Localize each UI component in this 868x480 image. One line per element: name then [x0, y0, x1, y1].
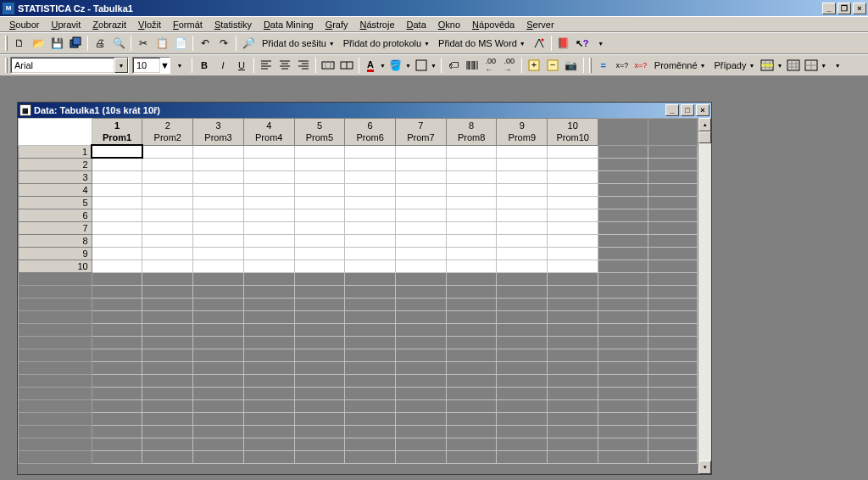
recalc-all-button[interactable]: x=? — [632, 56, 650, 75]
menu-data[interactable]: Data — [401, 18, 432, 31]
find-button[interactable]: 🔎 — [239, 34, 258, 53]
cell-r8-c1[interactable] — [92, 234, 142, 247]
toolbar-grip[interactable] — [5, 36, 8, 51]
toolbar-grip[interactable] — [589, 58, 592, 73]
cell-r6-c2[interactable] — [142, 209, 193, 221]
menu-soubor[interactable]: Soubor — [3, 18, 45, 31]
child-maximize-button[interactable]: □ — [681, 104, 694, 116]
cell-r2-c1[interactable] — [92, 158, 142, 170]
filter-button[interactable]: ▼ — [803, 56, 828, 75]
cell-r10-c5[interactable] — [294, 260, 345, 272]
weight-button[interactable] — [784, 56, 803, 75]
restore-button[interactable]: ❐ — [837, 3, 851, 14]
row-header-10[interactable]: 10 — [19, 260, 92, 272]
new-button[interactable]: 🗋 — [10, 34, 29, 53]
cell-r7-c4[interactable] — [243, 221, 294, 234]
scroll-thumb[interactable] — [698, 131, 711, 143]
cell-r9-c7[interactable] — [396, 247, 447, 260]
cell-r5-c6[interactable] — [345, 196, 396, 209]
toolbar-options-button[interactable]: ▼ — [592, 34, 610, 53]
font-color-dropdown[interactable]: A▼ — [362, 56, 387, 75]
menu-grafy[interactable]: Grafy — [320, 18, 354, 31]
chevron-down-icon[interactable]: ▼ — [114, 58, 128, 73]
cell-r10-c9[interactable] — [497, 260, 548, 272]
cell-r3-c6[interactable] — [345, 170, 396, 183]
redo-button[interactable]: ↷ — [214, 34, 233, 53]
variables-dropdown[interactable]: Proměnné▼ — [650, 56, 710, 75]
cell-r9-c2[interactable] — [142, 247, 193, 260]
cases-dropdown[interactable]: Případy▼ — [710, 56, 760, 75]
zoom-out-button[interactable]: − — [543, 56, 562, 75]
row-header-1[interactable]: 1 — [19, 145, 92, 158]
cell-r10-c8[interactable] — [446, 260, 497, 272]
cell-r7-c8[interactable] — [446, 221, 497, 234]
cell-r3-c4[interactable] — [243, 170, 294, 183]
cell-r7-c5[interactable] — [294, 221, 345, 234]
menu-nápověda[interactable]: Nápověda — [466, 18, 520, 31]
align-right-button[interactable] — [294, 56, 313, 75]
cell-r7-c6[interactable] — [345, 221, 396, 234]
cell-r4-c5[interactable] — [294, 183, 345, 196]
cell-r10-c6[interactable] — [345, 260, 396, 272]
column-header-Prom8[interactable]: 8Prom8 — [446, 119, 497, 146]
cell-r9-c8[interactable] — [446, 247, 497, 260]
increase-decimal-button[interactable]: .00→ — [500, 56, 519, 75]
column-header-Prom4[interactable]: 4Prom4 — [243, 119, 294, 146]
cell-r2-c3[interactable] — [193, 158, 244, 170]
cell-r1-c8[interactable] — [446, 145, 497, 158]
cell-r4-c2[interactable] — [142, 183, 193, 196]
cell-r6-c5[interactable] — [294, 209, 345, 221]
add-to-protocol-dropdown[interactable]: Přidat do protokolu▼ — [339, 34, 434, 53]
cell-r3-c7[interactable] — [396, 170, 447, 183]
cell-r1-c9[interactable] — [497, 145, 548, 158]
cell-r2-c9[interactable] — [497, 158, 548, 170]
menu-upravit[interactable]: Upravit — [45, 18, 86, 31]
row-header-4[interactable]: 4 — [19, 183, 92, 196]
cell-r4-c8[interactable] — [446, 183, 497, 196]
cell-r9-c9[interactable] — [497, 247, 548, 260]
cell-r4-c1[interactable] — [92, 183, 142, 196]
cell-r3-c8[interactable] — [446, 170, 497, 183]
menu-statistiky[interactable]: Statistiky — [209, 18, 258, 31]
cell-r6-c1[interactable] — [92, 209, 142, 221]
column-header-Prom7[interactable]: 7Prom7 — [396, 119, 447, 146]
cell-r1-c6[interactable] — [345, 145, 396, 158]
cell-r9-c10[interactable] — [548, 247, 598, 260]
select-cases-button[interactable]: ▼ — [759, 56, 784, 75]
save-all-button[interactable] — [66, 34, 85, 53]
menu-formát[interactable]: Formát — [167, 18, 209, 31]
cell-r8-c4[interactable] — [243, 234, 294, 247]
column-header-Prom10[interactable]: 10Prom10 — [548, 119, 598, 146]
copy-button[interactable]: 📋 — [153, 34, 171, 53]
cell-r2-c8[interactable] — [446, 158, 497, 170]
decrease-decimal-button[interactable]: .00← — [481, 56, 500, 75]
cell-r8-c2[interactable] — [142, 234, 193, 247]
cell-r5-c4[interactable] — [243, 196, 294, 209]
cell-r2-c2[interactable] — [142, 158, 193, 170]
cell-r7-c7[interactable] — [396, 221, 447, 234]
toolbar2-options-button[interactable]: ▼ — [828, 56, 847, 75]
child-minimize-button[interactable]: _ — [665, 104, 679, 116]
column-header-Prom5[interactable]: 5Prom5 — [294, 119, 345, 146]
cell-r2-c4[interactable] — [243, 158, 294, 170]
cell-r1-c1[interactable] — [92, 145, 142, 158]
cell-r4-c10[interactable] — [548, 183, 598, 196]
cell-r5-c9[interactable] — [497, 196, 548, 209]
cell-r3-c5[interactable] — [294, 170, 345, 183]
data-window-titlebar[interactable]: ▦ Data: Tabulka1 (10s krát 10ř) _ □ × — [18, 103, 711, 118]
child-close-button[interactable]: × — [696, 104, 709, 116]
menu-nástroje[interactable]: Nástroje — [354, 18, 401, 31]
cell-r4-c4[interactable] — [243, 183, 294, 196]
cell-r9-c6[interactable] — [345, 247, 396, 260]
menu-data-mining[interactable]: Data Mining — [258, 18, 320, 31]
row-header-8[interactable]: 8 — [19, 234, 92, 247]
cell-r6-c10[interactable] — [548, 209, 598, 221]
barcode-button[interactable] — [463, 56, 481, 75]
cell-r5-c3[interactable] — [193, 196, 244, 209]
row-header-7[interactable]: 7 — [19, 221, 92, 234]
menu-vložit[interactable]: Vložit — [132, 18, 167, 31]
spreadsheet-grid[interactable]: 1Prom12Prom23Prom34Prom45Prom56Prom67Pro… — [18, 118, 698, 474]
cell-r4-c7[interactable] — [396, 183, 447, 196]
cell-r2-c6[interactable] — [345, 158, 396, 170]
cell-r5-c10[interactable] — [548, 196, 598, 209]
